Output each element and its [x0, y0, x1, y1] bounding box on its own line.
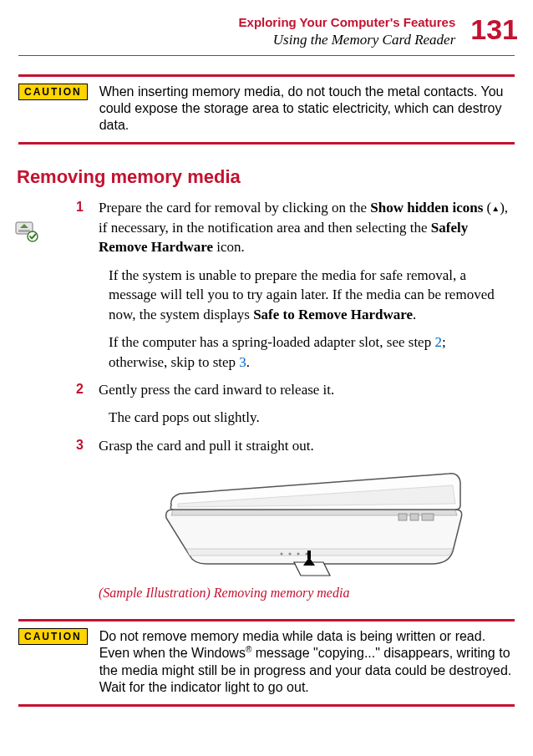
- caution-block-2: CAUTION Do not remove memory media while…: [18, 619, 515, 706]
- step-2-continuation: The card pops out slightly.: [109, 408, 505, 427]
- caution-text: Do not remove memory media while data is…: [99, 628, 515, 695]
- laptop-memory-card-illustration: [148, 464, 465, 581]
- step-1-continuation-a: If the system is unable to prepare the m…: [109, 266, 505, 324]
- step-number: 2: [76, 380, 84, 398]
- up-arrow-icon: ▲: [491, 204, 500, 213]
- svg-rect-3: [398, 514, 407, 520]
- illustration-caption: (Sample Illustration) Removing memory me…: [99, 586, 515, 601]
- header-rule: [18, 55, 515, 56]
- step-number: 3: [76, 436, 84, 454]
- step-number: 1: [76, 198, 84, 216]
- step-text: Prepare the card for removal by clicking…: [99, 198, 515, 256]
- svg-rect-4: [410, 514, 419, 520]
- svg-rect-5: [422, 514, 434, 520]
- svg-rect-1: [18, 230, 30, 232]
- text-part: Prepare the card for removal by clicking…: [99, 200, 370, 216]
- step-gutter: 2: [18, 380, 99, 398]
- step-3: 3 Grasp the card and pull it straight ou…: [18, 436, 515, 455]
- text-part: If the computer has a spring-loaded adap…: [109, 334, 434, 350]
- step-1-continuation-b: If the computer has a spring-loaded adap…: [109, 332, 505, 372]
- caution-text: When inserting memory media, do not touc…: [99, 84, 515, 134]
- caution-rule-bottom: [18, 142, 515, 145]
- svg-point-7: [289, 553, 292, 556]
- section-title: Using the Memory Card Reader: [239, 32, 456, 48]
- text-part: .: [413, 307, 416, 322]
- caution-label: CAUTION: [18, 628, 88, 645]
- caution-block-1: CAUTION When inserting memory media, do …: [18, 74, 515, 145]
- bold-text: Safe to Remove Hardware: [253, 307, 413, 322]
- step-2: 2 Gently press the card inward to releas…: [18, 380, 515, 399]
- safely-remove-hardware-icon: [15, 221, 40, 246]
- caution-label: CAUTION: [18, 84, 88, 100]
- step-1: 1 Prepare the card for removal by clicki…: [18, 198, 515, 256]
- svg-point-6: [281, 553, 283, 556]
- section-heading: Removing memory media: [17, 166, 525, 188]
- caution-rule-bottom: [18, 704, 515, 707]
- svg-point-8: [297, 553, 300, 556]
- header-titles: Exploring Your Computer's Features Using…: [239, 15, 456, 48]
- step-text: Grasp the card and pull it straight out.: [99, 436, 515, 455]
- illustration: (Sample Illustration) Removing memory me…: [99, 464, 515, 601]
- text-part: icon.: [213, 239, 245, 255]
- svg-rect-10: [307, 551, 311, 559]
- step-link-2[interactable]: 2: [434, 334, 442, 350]
- step-text: Gently press the card inward to release …: [99, 380, 515, 399]
- text-part: (: [483, 200, 491, 216]
- page-number: 131: [470, 15, 518, 43]
- chapter-title: Exploring Your Computer's Features: [239, 15, 456, 30]
- step-gutter: 3: [18, 436, 99, 454]
- steps-list: 1 Prepare the card for removal by clicki…: [18, 198, 515, 455]
- step-link-3[interactable]: 3: [239, 354, 246, 370]
- bold-text: Show hidden icons: [370, 200, 483, 216]
- text-part: .: [246, 354, 250, 370]
- step-gutter: 1: [18, 198, 99, 216]
- page-header: Exploring Your Computer's Features Using…: [8, 15, 525, 48]
